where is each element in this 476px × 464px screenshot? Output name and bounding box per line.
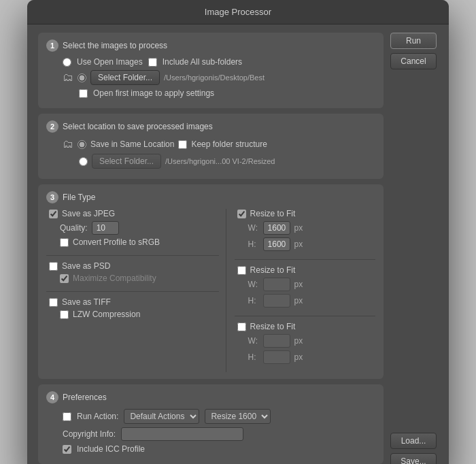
tiff-w-px: px <box>294 336 303 346</box>
psd-w-label: W: <box>248 280 259 289</box>
psd-height-input[interactable] <box>263 294 290 308</box>
side-buttons-panel: Run Cancel Load... Save... <box>390 33 438 464</box>
section-4: 4 Preferences Run Action: Default Action… <box>38 384 384 464</box>
checkbox-lzw[interactable] <box>60 310 69 319</box>
label-save-psd: Save as PSD <box>62 261 110 271</box>
psd-resize-section: Resize to Fit W: px H: px <box>235 265 375 308</box>
tiff-w-label: W: <box>248 336 259 346</box>
checkbox-keep-folder-structure[interactable] <box>178 140 187 149</box>
label-jpeg-resize: Resize to Fit <box>250 209 296 218</box>
checkbox-open-first-image[interactable] <box>79 89 88 98</box>
quality-label: Quality: <box>60 223 88 233</box>
label-keep-folder-structure: Keep folder structure <box>191 139 267 149</box>
tiff-h-px: px <box>294 352 303 362</box>
folder-icon: 🗂 <box>63 71 73 84</box>
label-icc-profile: Include ICC Profile <box>77 444 145 454</box>
psd-h-px: px <box>294 296 303 305</box>
save-button[interactable]: Save... <box>390 453 437 464</box>
save-folder-path: /Users/hgrigoni...00 VI-2/Resized <box>165 157 375 165</box>
tiff-width-input[interactable] <box>263 334 290 348</box>
tiff-resize-section: Resize to Fit W: px H: px <box>235 322 375 364</box>
checkbox-icc-profile[interactable] <box>63 445 71 454</box>
checkbox-save-jpeg[interactable] <box>49 210 58 218</box>
dialog-title: Image Processor <box>205 7 271 17</box>
label-convert-profile: Convert Profile to sRGB <box>73 237 160 247</box>
section-4-label: Preferences <box>63 393 107 402</box>
psd-h-label: H: <box>248 296 259 305</box>
jpeg-resize-section: Resize to Fit W: px H: px <box>235 209 375 251</box>
dropdown-resize[interactable]: Resize 1600 <box>205 409 271 424</box>
radio-select-folder[interactable] <box>78 73 86 82</box>
tiff-section: Save as TIFF LZW Compression <box>46 297 219 319</box>
section-3-number: 3 <box>46 191 58 203</box>
radio-select-save-folder[interactable] <box>79 157 88 166</box>
jpeg-h-label: H: <box>248 239 259 249</box>
checkbox-psd-resize[interactable] <box>237 266 246 275</box>
folder-icon-2: 🗂 <box>63 138 73 150</box>
jpeg-h-px: px <box>294 239 303 249</box>
jpeg-height-input[interactable] <box>263 237 290 251</box>
quality-input[interactable] <box>92 221 119 235</box>
psd-width-input[interactable] <box>263 278 290 291</box>
folder-path: /Users/hgrigonis/Desktop/Best <box>164 73 375 82</box>
dropdown-actions[interactable]: Default Actions <box>124 409 199 424</box>
checkbox-tiff-resize[interactable] <box>237 322 246 331</box>
checkbox-save-tiff[interactable] <box>49 298 58 307</box>
psd-section: Save as PSD Maximize Compatibility <box>46 261 219 283</box>
label-save-jpeg: Save as JPEG <box>62 209 115 218</box>
section-2: 2 Select location to save processed imag… <box>38 114 384 179</box>
section-2-number: 2 <box>46 120 58 133</box>
cancel-button[interactable]: Cancel <box>390 53 437 69</box>
file-type-left: Save as JPEG Quality: Convert Profile to… <box>46 209 219 372</box>
jpeg-w-px: px <box>294 223 303 233</box>
checkbox-run-action[interactable] <box>63 412 71 421</box>
copyright-label: Copyright Info: <box>63 429 116 439</box>
run-button[interactable]: Run <box>390 33 437 49</box>
label-save-tiff: Save as TIFF <box>62 297 111 307</box>
jpeg-w-label: W: <box>248 223 259 233</box>
dialog-image-processor: Image Processor 1 Select the images to p… <box>27 0 449 464</box>
label-maximize-compat: Maximize Compatibility <box>73 274 156 283</box>
label-include-subfolders: Include All sub-folders <box>163 57 242 67</box>
select-save-folder-button[interactable]: Select Folder... <box>92 154 161 169</box>
section-3-label: File Type <box>63 193 95 202</box>
jpeg-width-input[interactable] <box>263 221 290 235</box>
section-1: 1 Select the images to process Use Open … <box>38 33 384 108</box>
radio-use-open-images[interactable] <box>63 58 71 67</box>
section-1-label: Select the images to process <box>63 41 167 50</box>
checkbox-save-psd[interactable] <box>49 262 58 271</box>
section-1-number: 1 <box>46 39 58 52</box>
section-3: 3 File Type Save as JPEG Qual <box>38 184 384 379</box>
checkbox-include-subfolders[interactable] <box>148 58 157 67</box>
section-2-label: Select location to save processed images <box>63 122 213 131</box>
label-open-first-image: Open first image to apply settings <box>93 88 214 98</box>
checkbox-jpeg-resize[interactable] <box>237 210 246 218</box>
label-save-same-location: Save in Same Location <box>90 139 174 149</box>
tiff-height-input[interactable] <box>263 350 290 364</box>
label-lzw: LZW Compression <box>73 310 140 319</box>
psd-w-px: px <box>294 280 303 289</box>
label-use-open-images: Use Open Images <box>77 57 143 67</box>
tiff-h-label: H: <box>248 352 259 362</box>
main-panel: 1 Select the images to process Use Open … <box>38 33 384 464</box>
section-4-number: 4 <box>46 391 58 403</box>
label-run-action: Run Action: <box>77 412 118 421</box>
load-button[interactable]: Load... <box>390 433 437 449</box>
select-folder-button[interactable]: Select Folder... <box>90 70 160 85</box>
jpeg-section: Save as JPEG Quality: Convert Profile to… <box>46 209 219 247</box>
copyright-input[interactable] <box>121 427 243 441</box>
label-psd-resize: Resize to Fit <box>250 265 296 275</box>
title-bar: Image Processor <box>27 0 449 24</box>
checkbox-convert-profile[interactable] <box>60 238 69 247</box>
resize-panel: Resize to Fit W: px H: px <box>226 209 375 372</box>
radio-save-same-location[interactable] <box>78 140 86 149</box>
label-tiff-resize: Resize to Fit <box>250 322 296 331</box>
checkbox-maximize-compat[interactable] <box>60 274 69 283</box>
